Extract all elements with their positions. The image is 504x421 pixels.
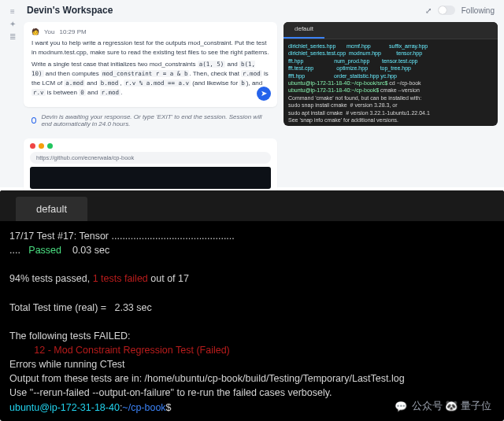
sender-label: You [44,28,55,35]
minimize-icon[interactable] [39,143,44,149]
workspace-title: Devin's Workspace [27,5,113,16]
sparkle-icon[interactable]: ✦ [6,19,19,28]
maximize-icon[interactable] [47,143,53,149]
main-terminal-body: 17/17 Test #17: Tensor .................… [0,221,504,421]
await-banner: Devin is awaiting your response. Or type… [24,112,277,129]
sidebar-icons: ≡ ✦ ≣ [6,6,19,41]
close-icon[interactable] [30,143,35,149]
header: Devin's Workspace ⤢ Following [24,3,498,22]
following-toggle[interactable] [438,6,455,15]
mini-terminal-body: dirichlet_series.hpp mcmf.hpp suffix_arr… [284,39,498,126]
main-terminal-tab[interactable]: default [16,197,87,221]
send-button[interactable]: ➤ [257,87,271,101]
user-message-card: 🧑 You 10:29 PM I want you to help write … [24,22,277,107]
chat-column: 🧑 You 10:29 PM I want you to help write … [24,22,277,194]
app-frame: ≡ ✦ ≣ Devin's Workspace ⤢ Following 🧑 Yo… [0,0,504,187]
list-icon[interactable]: ≣ [6,31,19,41]
url-bar[interactable]: https://github.com/ecnerwala/cp-book [30,152,271,164]
mini-terminal[interactable]: default dirichlet_series.hpp mcmf.hpp su… [284,22,498,126]
following-label: Following [461,6,495,15]
status-dot-icon [32,117,36,124]
browser-preview: https://github.com/ecnerwala/cp-book [24,138,277,194]
message-body: I want you to help write a regression te… [32,39,269,98]
main-terminal[interactable]: default 17/17 Test #17: Tensor .........… [0,190,504,421]
message-time: 10:29 PM [60,28,87,35]
github-page-preview [30,167,271,189]
avatar-icon: 🧑 [32,28,39,35]
expand-icon[interactable]: ⤢ [425,6,432,15]
watermark: 💬公众号 🐼 量子位 [395,399,491,413]
await-text: Devin is awaiting your response. Or type… [41,113,269,127]
window-controls [30,143,271,149]
menu-icon[interactable]: ≡ [6,6,19,16]
mini-terminal-tab[interactable]: default [284,22,324,39]
